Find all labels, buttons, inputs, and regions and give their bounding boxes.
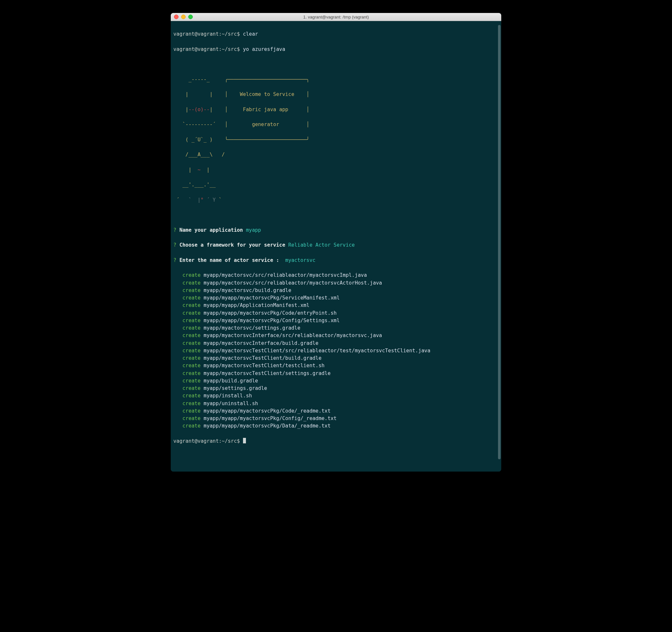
create-line: create myapp/myactorsvcTestClient/settin… [173,370,499,377]
create-keyword: create [183,401,200,406]
create-keyword: create [183,363,200,369]
prompt-q3: ? Enter the name of actor service : myac… [173,257,499,264]
create-keyword: create [183,378,200,384]
prompt-q1: ? Name your application myapp [173,227,499,234]
file-path: myapp/myactorsvcTestClient/settings.grad… [203,371,331,376]
file-path: myapp/myactorsvcInterface/build.gradle [203,340,318,346]
create-line: create myapp/settings.gradle [173,385,499,392]
file-path: myapp/install.sh [203,393,252,399]
file-path: myapp/myapp/ApplicationManifest.xml [203,302,309,308]
blank-line [173,211,499,219]
ascii-art: _-----_ ╭──────────────────────────╮ [173,76,499,83]
create-line: create myapp/myactorsvcTestClient/build.… [173,355,499,362]
create-keyword: create [183,325,200,331]
create-keyword: create [183,423,200,429]
create-keyword: create [183,348,200,354]
blank-line [173,61,499,68]
ascii-art: __'.___.'__ [173,181,499,189]
create-line: create myapp/build.gradle [173,377,499,385]
file-path: myapp/myactorsvc/src/reliableactor/myact… [203,272,367,278]
terminal-window: 1. vagrant@vagrant: /tmp (vagrant) vagra… [171,13,501,472]
create-keyword: create [183,332,200,338]
ascii-art: | | │ Welcome to Service │ [173,91,499,98]
ascii-art: | ~ | [173,166,499,174]
create-keyword: create [183,302,200,308]
create-keyword: create [183,408,200,414]
file-path: myapp/myactorsvcTestClient/build.gradle [203,355,321,361]
shell-prompt: vagrant@vagrant:~/src$ [173,46,243,52]
create-line: create myapp/myactorsvc/src/reliableacto… [173,272,499,279]
file-path: myapp/myactorsvc/src/reliableactor/myact… [203,280,382,286]
ascii-art: ( _´U`_ ) ╰──────────────────────────╯ [173,136,499,144]
window-title: 1. vagrant@vagrant: /tmp (vagrant) [171,15,501,20]
prompt-q2: ? Choose a framework for your service Re… [173,241,499,249]
create-line: create myapp/myactorsvcInterface/src/rel… [173,332,499,340]
file-path: myapp/myactorsvc/build.gradle [203,287,291,293]
file-path: myapp/myactorsvcTestClient/testclient.sh [203,363,324,369]
titlebar: 1. vagrant@vagrant: /tmp (vagrant) [171,13,501,21]
create-keyword: create [183,295,200,301]
ascii-art: `---------´ │ generator │ [173,121,499,128]
ascii-art: |--(o)--| │ Fabric java app │ [173,106,499,113]
file-path: myapp/uninstall.sh [203,401,258,406]
cmd-clear: clear [243,31,258,37]
create-keyword: create [183,385,200,391]
create-line: create myapp/myapp/myactorsvcPkg/Service… [173,294,499,302]
create-line: create myapp/myapp/myactorsvcPkg/Config/… [173,415,499,422]
create-line: create myapp/myactorsvc/settings.gradle [173,324,499,332]
file-path: myapp/build.gradle [203,378,258,384]
create-keyword: create [183,416,200,421]
create-keyword: create [183,310,200,316]
cmd-line: vagrant@vagrant:~/src$ yo azuresfjava [173,46,499,53]
create-line: create myapp/myactorsvcInterface/build.g… [173,340,499,347]
create-line: create myapp/myactorsvc/build.gradle [173,287,499,294]
create-line: create myapp/myapp/myactorsvcPkg/Data/_r… [173,422,499,430]
file-path: myapp/myapp/myactorsvcPkg/ServiceManifes… [203,295,340,301]
file-list: create myapp/myactorsvc/src/reliableacto… [173,272,499,430]
final-prompt: vagrant@vagrant:~/src$ [173,438,499,445]
scrollbar[interactable] [498,25,501,459]
create-line: create myapp/myactorsvc/src/reliableacto… [173,279,499,287]
create-keyword: create [183,371,200,376]
file-path: myapp/myactorsvcInterface/src/reliableac… [203,332,382,338]
create-line: create myapp/myactorsvcTestClient/src/re… [173,347,499,355]
create-line: create myapp/install.sh [173,392,499,400]
create-keyword: create [183,272,200,278]
create-line: create myapp/myapp/ApplicationManifest.x… [173,302,499,309]
create-keyword: create [183,393,200,399]
cmd-yo: yo azuresfjava [243,46,285,52]
create-keyword: create [183,287,200,293]
shell-prompt: vagrant@vagrant:~/src$ [173,438,243,444]
create-line: create myapp/myapp/myactorsvcPkg/Code/en… [173,309,499,317]
terminal-body[interactable]: vagrant@vagrant:~/src$ clear vagrant@vag… [171,21,501,472]
create-line: create myapp/myapp/myactorsvcPkg/Config/… [173,317,499,324]
ascii-art: ´ ` |° ´ Y ` [173,196,499,204]
ascii-art: /___A___\ / [173,151,499,159]
shell-prompt: vagrant@vagrant:~/src$ [173,31,243,37]
file-path: myapp/myapp/myactorsvcPkg/Config/_readme… [203,416,337,421]
file-path: myapp/myapp/myactorsvcPkg/Config/Setting… [203,318,340,324]
create-keyword: create [183,355,200,361]
file-path: myapp/myapp/myactorsvcPkg/Code/entryPoin… [203,310,337,316]
file-path: myapp/myapp/myactorsvcPkg/Code/_readme.t… [203,408,331,414]
cmd-line: vagrant@vagrant:~/src$ clear [173,30,499,38]
create-line: create myapp/myactorsvcTestClient/testcl… [173,362,499,370]
create-keyword: create [183,280,200,286]
create-line: create myapp/uninstall.sh [173,400,499,407]
cursor [243,438,246,443]
create-keyword: create [183,340,200,346]
create-line: create myapp/myapp/myactorsvcPkg/Code/_r… [173,407,499,415]
file-path: myapp/myactorsvcTestClient/src/reliablea… [203,348,430,354]
file-path: myapp/myapp/myactorsvcPkg/Data/_readme.t… [203,423,331,429]
file-path: myapp/settings.gradle [203,385,267,391]
file-path: myapp/myactorsvc/settings.gradle [203,325,301,331]
create-keyword: create [183,318,200,324]
